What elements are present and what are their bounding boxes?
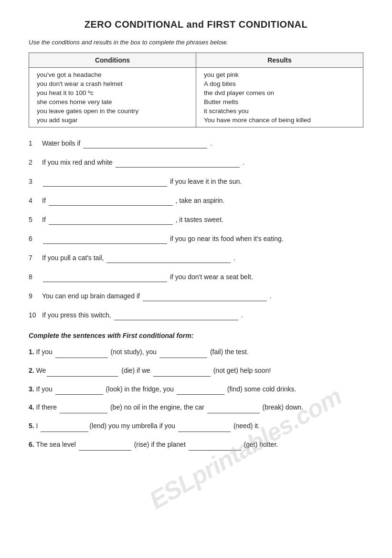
first-cond-row: 1. If you (not study), you (fail) the te…: [29, 346, 363, 358]
exercise-number: 4: [29, 196, 42, 206]
exercise-content: If , take an aspirin.: [42, 195, 363, 206]
result-item: You have more chance of being killed: [204, 116, 355, 125]
exercise-blank[interactable]: [49, 195, 173, 206]
exercise-content: Water boils if .: [42, 138, 363, 148]
condition-item: you've got a headache: [37, 70, 188, 79]
first-cond-number: 3.: [29, 385, 36, 393]
first-cond-blank[interactable]: [177, 383, 224, 395]
first-cond-blank[interactable]: [55, 346, 108, 358]
exercise-content: if you don't wear a seat belt.: [42, 272, 363, 282]
first-cond-blank[interactable]: [41, 420, 88, 432]
first-cond-row: 2. We (die) if we (not get) help soon!: [29, 365, 363, 377]
condition-item: she comes home very late: [37, 97, 188, 106]
condition-item: you leave gates open in the country: [37, 106, 188, 116]
first-cond-number: 1.: [29, 348, 36, 356]
first-cond-blank[interactable]: [159, 346, 207, 358]
exercise-row: 9You can end up brain damaged if .: [29, 291, 363, 301]
exercise-row: 6 if you go near its food when it's eati…: [29, 233, 363, 244]
exercise-row: 10If you press this switch, .: [29, 310, 363, 320]
result-item: it scratches you: [204, 106, 355, 116]
exercise-row: 5If , it tastes sweet.: [29, 214, 363, 225]
condition-item: you add sugar: [37, 116, 188, 125]
first-cond-number: 4.: [29, 403, 36, 411]
exercise-blank[interactable]: [43, 272, 167, 282]
first-cond-row: 6. The sea level (rise) if the planet (g…: [29, 439, 363, 451]
results-header: Results: [196, 53, 363, 68]
conditions-header: Conditions: [29, 53, 196, 68]
page-title: ZERO CONDITIONAL and FIRST CONDITIONAL: [29, 19, 363, 30]
first-cond-blank[interactable]: [79, 439, 131, 451]
first-cond-blank[interactable]: [60, 401, 107, 413]
first-cond-blank[interactable]: [178, 420, 231, 432]
condition-item: you don't wear a crash helmet: [37, 79, 188, 88]
exercise-row: 8 if you don't wear a seat belt.: [29, 272, 363, 282]
exercise-content: If you mix red and white .: [42, 157, 363, 168]
first-cond-blank[interactable]: [189, 439, 241, 451]
instruction: Use the conditions and results in the bo…: [29, 39, 363, 46]
result-item: you get pink: [204, 70, 355, 79]
exercise-row: 1Water boils if .: [29, 138, 363, 148]
exercise-row: 4If , take an aspirin.: [29, 195, 363, 206]
first-cond-number: 6.: [29, 441, 36, 448]
exercise-content: if you leave it in the sun.: [42, 176, 363, 187]
exercise-content: If you press this switch, .: [42, 310, 363, 320]
first-cond-blank[interactable]: [47, 365, 118, 377]
reference-table: Conditions Results you've got a headache…: [29, 53, 363, 127]
exercise-row: 7If you pull a cat's tail, .: [29, 253, 363, 263]
exercise-content: You can end up brain damaged if .: [42, 291, 363, 301]
exercise-blank[interactable]: [49, 214, 173, 225]
exercise-number: 8: [29, 272, 42, 282]
exercise-blank[interactable]: [106, 253, 231, 263]
section2-title: Complete the sentences with First condit…: [29, 332, 363, 339]
exercise-row: 2If you mix red and white .: [29, 157, 363, 168]
first-cond-row: 5. I (lend) you my umbrella if you (need…: [29, 420, 363, 432]
exercise-number: 9: [29, 291, 42, 301]
first-cond-row: 4. If there (be) no oil in the engine, t…: [29, 401, 363, 413]
first-cond-blank[interactable]: [207, 401, 260, 413]
exercise-content: if you go near its food when it's eating…: [42, 233, 363, 244]
first-cond-row: 3. If you (look) in the fridge, you (fin…: [29, 383, 363, 395]
exercise-content: If you pull a cat's tail, .: [42, 253, 363, 263]
exercise-blank[interactable]: [143, 291, 267, 301]
exercise-number: 3: [29, 177, 42, 187]
result-item: Butter melts: [204, 97, 355, 106]
exercise-blank[interactable]: [116, 157, 240, 168]
first-cond-blank[interactable]: [55, 383, 103, 395]
exercise-number: 6: [29, 234, 42, 244]
exercise-number: 5: [29, 215, 42, 225]
exercise-blank[interactable]: [83, 138, 207, 148]
first-conditional-section: 1. If you (not study), you (fail) the te…: [29, 346, 363, 451]
exercise-blank[interactable]: [114, 310, 238, 320]
exercise-number: 1: [29, 138, 42, 148]
conditions-column: you've got a headacheyou don't wear a cr…: [29, 68, 196, 127]
exercise-row: 3 if you leave it in the sun.: [29, 176, 363, 187]
exercise-number: 2: [29, 158, 42, 168]
first-cond-number: 5.: [29, 422, 36, 430]
results-column: you get pinkA dog bitesthe dvd player co…: [196, 68, 363, 127]
exercise-blank[interactable]: [43, 176, 167, 187]
exercise-content: If , it tastes sweet.: [42, 214, 363, 225]
result-item: A dog bites: [204, 79, 355, 88]
exercise-number: 7: [29, 253, 42, 263]
condition-item: you heat it to 100 ºc: [37, 88, 188, 97]
result-item: the dvd player comes on: [204, 88, 355, 97]
first-cond-blank[interactable]: [153, 365, 211, 377]
exercises-section: 1Water boils if .2If you mix red and whi…: [29, 138, 363, 320]
exercise-blank[interactable]: [43, 233, 167, 244]
first-cond-number: 2.: [29, 367, 36, 374]
exercise-number: 10: [29, 310, 42, 320]
